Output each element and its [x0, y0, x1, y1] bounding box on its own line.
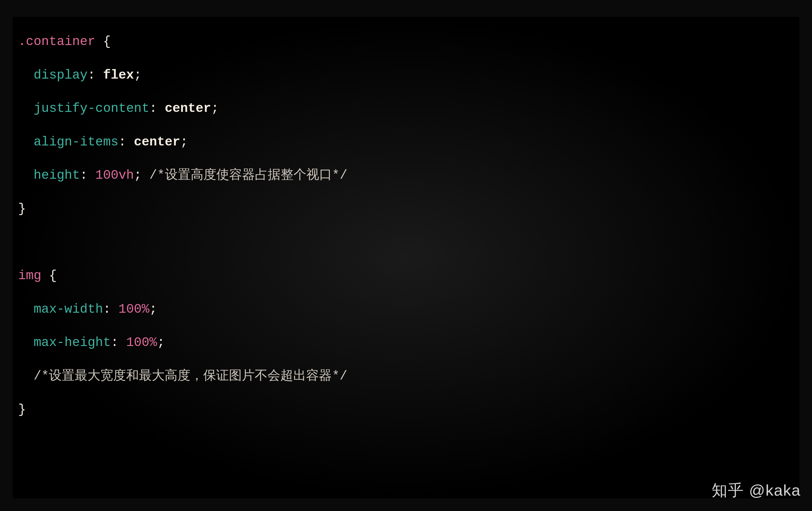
val-align-items: center [134, 135, 180, 150]
close-brace-2: } [18, 402, 26, 417]
css-source: .container { display: flex; justify-cont… [18, 25, 794, 427]
prop-height: height [33, 168, 80, 183]
code-editor[interactable]: .container { display: flex; justify-cont… [12, 17, 800, 499]
comment-max-size: /*设置最大宽度和最大高度，保证图片不会超出容器*/ [33, 369, 347, 383]
val-max-width-num: 100 [118, 302, 142, 317]
prop-align-items: align-items [33, 135, 118, 150]
prop-display: display [33, 68, 87, 82]
val-max-height-num: 100 [126, 335, 149, 350]
prop-max-width: max-width [33, 302, 103, 317]
selector-container: .container [18, 34, 95, 49]
comment-height: /*设置高度使容器占据整个视口*/ [149, 168, 347, 183]
open-brace-2: { [49, 269, 57, 283]
val-max-height-unit: % [149, 335, 157, 350]
close-brace: } [18, 201, 26, 216]
val-justify-content: center [165, 101, 211, 116]
val-height-unit: vh [118, 168, 134, 183]
prop-max-height: max-height [33, 335, 111, 350]
selector-img: img [18, 269, 41, 283]
val-display: flex [103, 68, 134, 82]
val-height-num: 100 [95, 168, 118, 183]
val-max-width-unit: % [142, 302, 149, 317]
prop-justify-content: justify-content [33, 101, 149, 116]
open-brace: { [103, 34, 111, 49]
watermark: 知乎 @kaka [712, 480, 801, 501]
